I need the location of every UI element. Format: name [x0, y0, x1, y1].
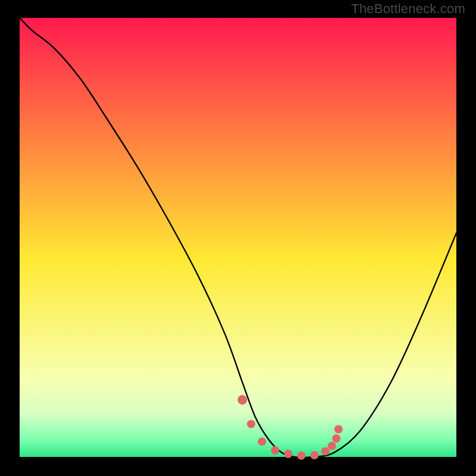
valley-marker-dot [247, 420, 255, 428]
valley-marker-dot [297, 452, 305, 460]
watermark-text: TheBottleneck.com [351, 1, 465, 17]
chart-stage: TheBottleneck.com [0, 0, 476, 476]
valley-marker-dot [258, 437, 266, 446]
valley-marker-dot [332, 434, 340, 443]
valley-marker-dot [237, 395, 247, 405]
valley-marker-dot [328, 442, 336, 450]
valley-marker-dot [334, 425, 343, 434]
valley-marker-dot [271, 446, 279, 455]
plot-background [20, 18, 456, 457]
valley-marker-dot [321, 447, 330, 455]
valley-marker-dot [284, 450, 292, 458]
valley-marker-dot [310, 451, 318, 459]
bottleneck-chart [0, 0, 476, 476]
